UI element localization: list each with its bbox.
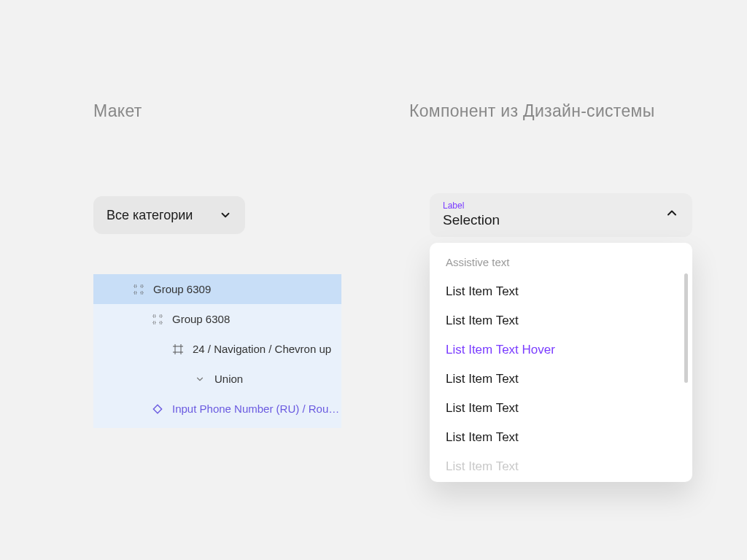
layer-label: 24 / Navigation / Chevron up	[193, 343, 331, 355]
category-dropdown-label: Все категории	[107, 208, 193, 223]
list-item[interactable]: List Item Text	[446, 306, 676, 335]
svg-rect-7	[160, 322, 162, 324]
select-label: Label	[443, 201, 500, 211]
layer-row[interactable]: 24 / Navigation / Chevron up	[93, 334, 341, 364]
select-menu: Assistive text List Item TextList Item T…	[430, 243, 692, 482]
list-item[interactable]: List Item Text	[446, 365, 676, 394]
vector-icon	[194, 373, 206, 385]
select-trigger[interactable]: Label Selection	[430, 193, 692, 237]
svg-rect-1	[141, 285, 143, 287]
svg-rect-5	[160, 315, 162, 317]
category-dropdown[interactable]: Все категории	[93, 196, 245, 234]
list-item[interactable]: List Item Text	[446, 423, 676, 452]
svg-rect-2	[134, 292, 136, 294]
frame-icon	[172, 343, 184, 355]
group-icon	[152, 314, 163, 325]
layer-label: Group 6308	[172, 313, 230, 325]
layers-panel: Group 6309Group 630824 / Navigation / Ch…	[93, 274, 341, 428]
layer-row[interactable]: Group 6308	[93, 304, 341, 334]
svg-rect-12	[153, 405, 161, 413]
list-item[interactable]: List Item Text Hover	[446, 335, 676, 365]
select-component: Label Selection Assistive text List Item…	[430, 193, 692, 482]
list-item[interactable]: List Item Text	[446, 394, 676, 423]
list-item[interactable]: List Item Text	[446, 277, 676, 306]
section-title-right: Компонент из Дизайн-системы	[409, 101, 654, 121]
layer-label: Group 6309	[153, 283, 211, 295]
instance-icon	[152, 403, 163, 415]
svg-rect-0	[134, 285, 136, 287]
svg-rect-4	[153, 315, 155, 317]
svg-rect-6	[153, 322, 155, 324]
layer-label: Union	[214, 373, 243, 385]
chevron-down-icon	[219, 209, 232, 222]
layer-row[interactable]: Group 6309	[93, 274, 341, 304]
select-value: Selection	[443, 212, 500, 228]
layer-row[interactable]: Union	[93, 364, 341, 394]
layer-row[interactable]: Input Phone Number (RU) / Rou…	[93, 394, 341, 424]
scrollbar-thumb[interactable]	[684, 273, 688, 383]
list-item[interactable]: List Item Text	[446, 452, 676, 481]
group-icon	[133, 284, 144, 295]
chevron-up-icon	[665, 206, 679, 223]
section-title-left: Макет	[93, 101, 142, 121]
layer-label: Input Phone Number (RU) / Rou…	[172, 402, 339, 415]
select-assistive-text: Assistive text	[446, 256, 676, 268]
svg-rect-3	[141, 292, 143, 294]
